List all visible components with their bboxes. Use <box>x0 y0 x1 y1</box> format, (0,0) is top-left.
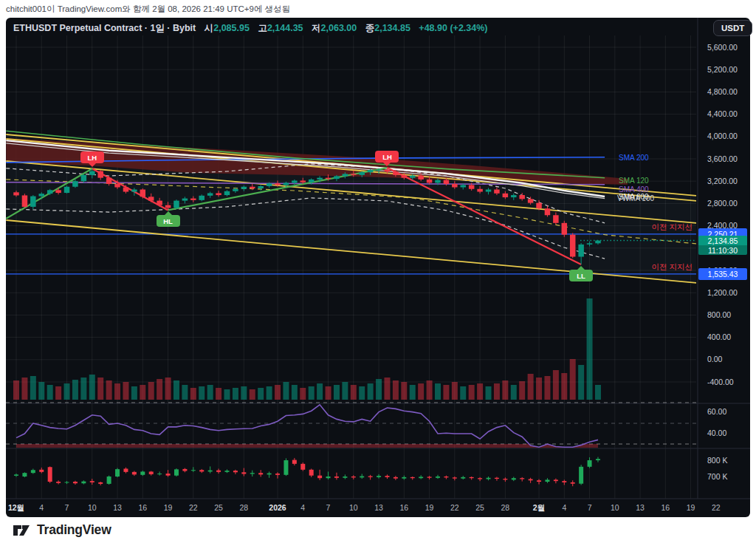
open-value: 2,085.95 <box>213 23 250 33</box>
time-scale[interactable]: 12월4710131619222528202647101316192225282… <box>8 503 721 512</box>
tradingview-wordmark[interactable]: TradingView <box>37 522 111 538</box>
time-tick-label: 25 <box>214 503 223 512</box>
volume-histogram <box>13 298 601 400</box>
time-tick-label: 25 <box>475 503 484 512</box>
time-tick-label: 22 <box>712 503 721 512</box>
previous-support-label-lower: 이전 지지선 <box>633 262 693 273</box>
symbol-title: ETHUSDT Perpetual Contract · 1일 · Bybit <box>13 23 196 33</box>
pivot-label-lh: LH <box>375 151 399 163</box>
price-tick-label: 0.00 <box>707 355 723 363</box>
pivot-label-lh: LH <box>80 151 104 163</box>
sma-120-label: SMA 120 <box>619 177 649 185</box>
time-tick-label: 10 <box>88 503 97 512</box>
close-value: 2,134.85 <box>374 23 410 33</box>
open-label: 시 <box>205 23 214 33</box>
rsi-tick-label: 40.00 <box>707 428 726 437</box>
time-tick-label: 22 <box>189 503 198 512</box>
time-tick-label: 2026 <box>269 503 286 512</box>
time-tick-label: 12월 <box>8 503 24 512</box>
time-tick-label: 28 <box>501 503 510 512</box>
footer-branding: TradingView <box>0 517 756 543</box>
currency-toggle-button[interactable]: USDT <box>713 20 752 36</box>
price-tick-label: 3,600.00 <box>707 154 738 163</box>
price-tick-label: 4,800.00 <box>707 87 738 96</box>
support-price-tag-lower: 1,535.43 <box>698 268 747 280</box>
time-tick-label: 16 <box>138 503 147 512</box>
time-tick-label: 2월 <box>533 503 545 512</box>
time-tick-label: 28 <box>239 503 248 512</box>
price-tick-label: 4,400.00 <box>707 109 738 118</box>
oi-tick-label: 800 K <box>707 456 727 465</box>
pivot-label-hl: HL <box>157 215 180 227</box>
change-value: +48.90 (+2.34%) <box>419 23 487 33</box>
time-tick-label: 13 <box>636 503 645 512</box>
high-value: 2,144.35 <box>267 23 303 33</box>
price-tick-label: 3,200.00 <box>707 177 738 185</box>
time-tick-label: 4 <box>39 503 44 512</box>
time-tick-label: 7 <box>326 503 331 512</box>
bar-countdown: 11:10:30 <box>698 245 747 255</box>
close-label: 종 <box>365 23 375 33</box>
time-tick-label: 10 <box>349 503 358 512</box>
time-tick-label: 19 <box>425 503 434 512</box>
time-tick-label: 7 <box>588 503 592 512</box>
time-tick-label: 4 <box>300 503 305 512</box>
previous-support-label-upper: 이전 지지선 <box>633 222 693 233</box>
last-price-tag: 2,134.85 11:10:30 <box>698 236 747 255</box>
time-tick-label: 19 <box>164 503 173 512</box>
vwma-100-label: VWMA 100 <box>617 194 654 202</box>
low-label: 저 <box>312 23 321 33</box>
time-tick-label: 22 <box>450 503 459 512</box>
tradingview-logo-icon[interactable] <box>12 521 31 540</box>
time-tick-label: 13 <box>374 503 383 512</box>
time-tick-label: 16 <box>399 503 408 512</box>
price-tick-label: 2,800.00 <box>707 199 738 208</box>
rsi-tick-label: 60.00 <box>707 407 726 416</box>
time-tick-label: 10 <box>611 503 619 512</box>
price-tick-label: 400.00 <box>707 332 731 341</box>
price-tick-label: -400.00 <box>707 378 734 386</box>
price-tick-label: 5,200.00 <box>707 65 738 74</box>
sma-200-label: SMA 200 <box>619 154 649 162</box>
time-tick-label: 7 <box>65 503 69 512</box>
price-tick-label: 1,200.00 <box>707 288 738 297</box>
open-interest-series <box>14 457 600 487</box>
low-value: 2,063.00 <box>321 23 357 33</box>
rsi-pane <box>6 403 696 448</box>
price-tick-label: 800.00 <box>707 310 731 319</box>
time-tick-label: 16 <box>661 503 670 512</box>
price-tick-label: 5,600.00 <box>707 43 738 52</box>
price-tick-label: 4,000.00 <box>707 132 738 140</box>
time-tick-label: 4 <box>562 503 566 512</box>
time-tick-label: 19 <box>687 503 695 512</box>
last-price-value: 2,134.85 <box>698 236 747 245</box>
high-label: 고 <box>258 23 267 33</box>
pivot-label-ll: LL <box>569 270 593 281</box>
price-scale[interactable]: 5,600.005,200.004,800.004,400.004,000.00… <box>707 43 738 482</box>
oi-tick-label: 700 K <box>707 472 727 481</box>
symbol-header: ETHUSDT Perpetual Contract · 1일 · Bybit … <box>13 22 487 35</box>
time-tick-label: 13 <box>113 503 122 512</box>
